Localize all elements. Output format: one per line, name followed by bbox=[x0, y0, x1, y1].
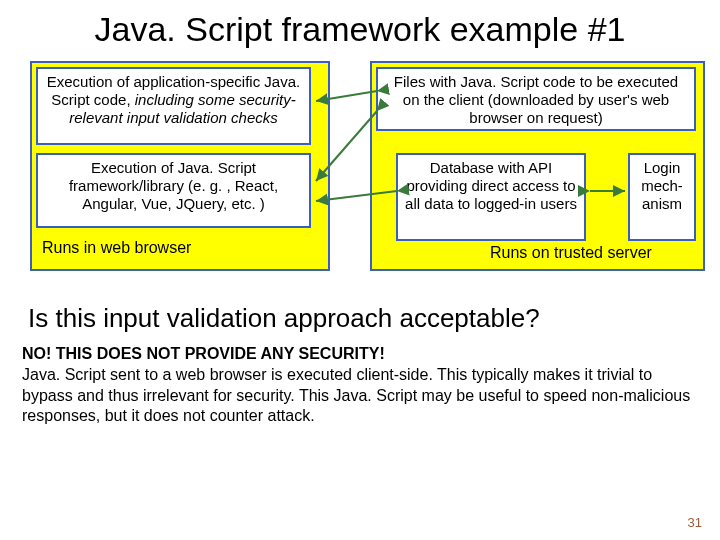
answer-body: Java. Script sent to a web browser is ex… bbox=[22, 366, 690, 425]
diagram-area: Execution of application-specific Java. … bbox=[20, 61, 700, 281]
slide-title: Java. Script framework example #1 bbox=[0, 10, 720, 49]
box-login-mechanism: Login mech-anism bbox=[628, 153, 696, 241]
answer-bold: NO! THIS DOES NOT PROVIDE ANY SECURITY! bbox=[22, 345, 385, 362]
box-database-api: Database with API providing direct acces… bbox=[396, 153, 586, 241]
answer-text: NO! THIS DOES NOT PROVIDE ANY SECURITY! … bbox=[22, 344, 698, 427]
box-framework-exec: Execution of Java. Script framework/libr… bbox=[36, 153, 311, 228]
page-number: 31 bbox=[688, 515, 702, 530]
label-runs-in-browser: Runs in web browser bbox=[42, 239, 191, 257]
question-text: Is this input validation approach accept… bbox=[28, 303, 700, 334]
label-runs-on-server: Runs on trusted server bbox=[490, 244, 652, 262]
box-app-exec: Execution of application-specific Java. … bbox=[36, 67, 311, 145]
box-files-js: Files with Java. Script code to be execu… bbox=[376, 67, 696, 131]
